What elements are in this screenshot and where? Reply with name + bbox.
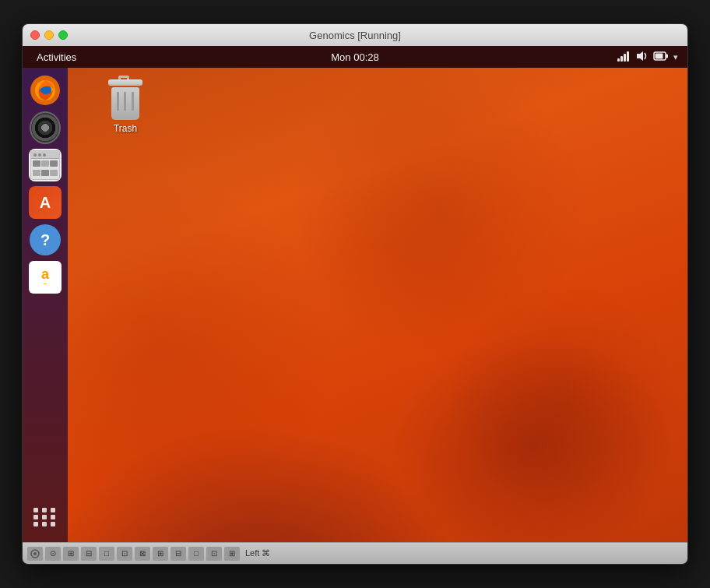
files-icon [30, 150, 60, 180]
svg-rect-6 [666, 55, 668, 58]
minimize-button[interactable] [44, 30, 54, 40]
sidebar-item-amazon[interactable]: a ⌢ [29, 261, 62, 294]
taskbar-icon-7[interactable]: ⊠ [135, 547, 150, 561]
taskbar-icon-10[interactable]: □ [188, 547, 204, 561]
sidebar-item-rhythmbox[interactable] [29, 111, 62, 144]
main-area: A ? a ⌢ [23, 68, 687, 542]
taskbar-icon-6[interactable]: ⊡ [117, 547, 132, 561]
bg-circle-3 [447, 283, 680, 516]
sidebar-item-help[interactable]: ? [30, 224, 61, 255]
taskbar-text: Left ⌘ [245, 548, 270, 558]
network-icon[interactable] [617, 51, 631, 64]
taskbar-icon-3[interactable]: ⊞ [63, 547, 79, 561]
sidebar-item-software-center[interactable]: A [29, 186, 62, 219]
taskbar-icon-11[interactable]: ⊡ [206, 547, 222, 561]
sidebar-dock: A ? a ⌢ [23, 68, 68, 542]
title-bar: Genomics [Running] [23, 24, 687, 46]
trash-desktop-icon[interactable]: Trash [107, 79, 144, 134]
taskbar-icon-8[interactable]: ⊞ [153, 547, 168, 561]
volume-icon[interactable] [636, 51, 648, 64]
battery-icon[interactable] [653, 51, 669, 63]
top-bar: Activities Mon 00:28 [23, 46, 687, 68]
taskbar-icon-4[interactable]: ⊟ [81, 547, 97, 561]
svg-rect-7 [656, 54, 663, 59]
window-controls [30, 30, 68, 40]
taskbar-icon-5[interactable]: □ [99, 547, 114, 561]
help-icon: ? [40, 231, 50, 249]
taskbar-icon-2[interactable]: ⊙ [45, 547, 61, 561]
grid-icon [33, 508, 57, 526]
trash-label: Trash [114, 123, 137, 134]
svg-rect-0 [617, 58, 620, 62]
clock: Mon 00:28 [331, 51, 378, 63]
sidebar-item-files[interactable] [29, 149, 62, 181]
tray-dropdown-arrow[interactable]: ▾ [673, 52, 678, 62]
taskbar-icon-12[interactable]: ⊞ [224, 547, 240, 561]
system-tray: ▾ [617, 51, 678, 64]
svg-rect-3 [627, 51, 629, 62]
svg-rect-2 [624, 54, 626, 62]
window-title: Genomics [Running] [309, 30, 401, 41]
activities-button[interactable]: Activities [32, 50, 81, 65]
taskbar: ⊙ ⊞ ⊟ □ ⊡ ⊠ ⊞ ⊟ □ ⊡ ⊞ Left ⌘ [23, 542, 687, 564]
desktop: Trash [68, 68, 687, 542]
taskbar-icon-9[interactable]: ⊟ [170, 547, 186, 561]
taskbar-icon-1[interactable] [27, 547, 43, 561]
svg-rect-1 [620, 56, 623, 62]
trash-icon [107, 79, 144, 120]
amazon-icon: a ⌢ [41, 267, 49, 288]
svg-point-12 [33, 552, 37, 555]
rhythmbox-icon [30, 111, 61, 144]
software-center-icon: A [40, 194, 51, 212]
sidebar-item-show-apps[interactable] [29, 503, 62, 536]
maximize-button[interactable] [58, 30, 68, 40]
main-window: Genomics [Running] Activities Mon 00:28 [22, 23, 688, 565]
sidebar-item-firefox[interactable] [29, 74, 62, 107]
svg-marker-4 [637, 51, 643, 61]
close-button[interactable] [30, 30, 40, 40]
